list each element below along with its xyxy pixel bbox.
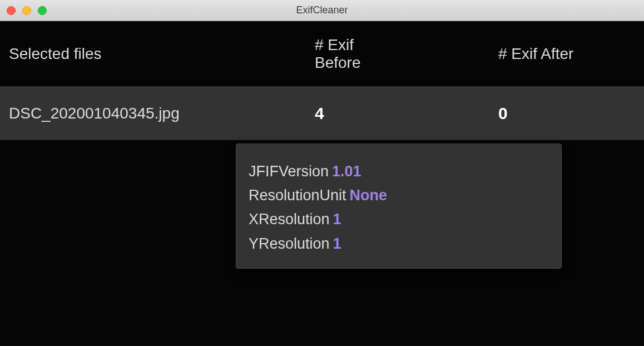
header-selected-files: Selected files (9, 45, 254, 63)
tooltip-value: 1 (333, 235, 341, 252)
tooltip-entry: ResolutionUnitNone (249, 184, 549, 207)
header-exif-before: # Exif Before (254, 36, 398, 72)
cell-filename: DSC_202001040345.jpg (9, 105, 254, 122)
table-row[interactable]: DSC_202001040345.jpg 4 0 (0, 87, 644, 140)
window-title: ExifCleaner (296, 4, 348, 16)
tooltip-key: JFIFVersion (249, 163, 329, 180)
tooltip-key: ResolutionUnit (249, 187, 346, 204)
table-header: Selected files # Exif Before # Exif Afte… (0, 21, 644, 87)
header-exif-after: # Exif After (398, 45, 635, 63)
tooltip-entry: YResolution1 (249, 232, 549, 256)
tooltip-value: 1 (333, 211, 341, 228)
tooltip-entry: XResolution1 (249, 207, 549, 231)
tooltip-entry: JFIFVersion1.01 (249, 160, 549, 184)
minimize-icon[interactable] (22, 6, 31, 15)
cell-exif-after: 0 (398, 104, 635, 123)
traffic-lights (7, 6, 47, 15)
title-bar: ExifCleaner (0, 0, 644, 21)
cell-exif-before: 4 (254, 104, 398, 123)
tooltip-value: 1.01 (332, 163, 361, 180)
close-icon[interactable] (7, 6, 16, 15)
tooltip-key: XResolution (249, 211, 330, 228)
app-body: Selected files # Exif Before # Exif Afte… (0, 21, 644, 346)
tooltip-key: YResolution (249, 235, 330, 252)
exif-tooltip: JFIFVersion1.01 ResolutionUnitNone XReso… (236, 144, 562, 269)
maximize-icon[interactable] (38, 6, 47, 15)
tooltip-value: None (350, 187, 388, 204)
